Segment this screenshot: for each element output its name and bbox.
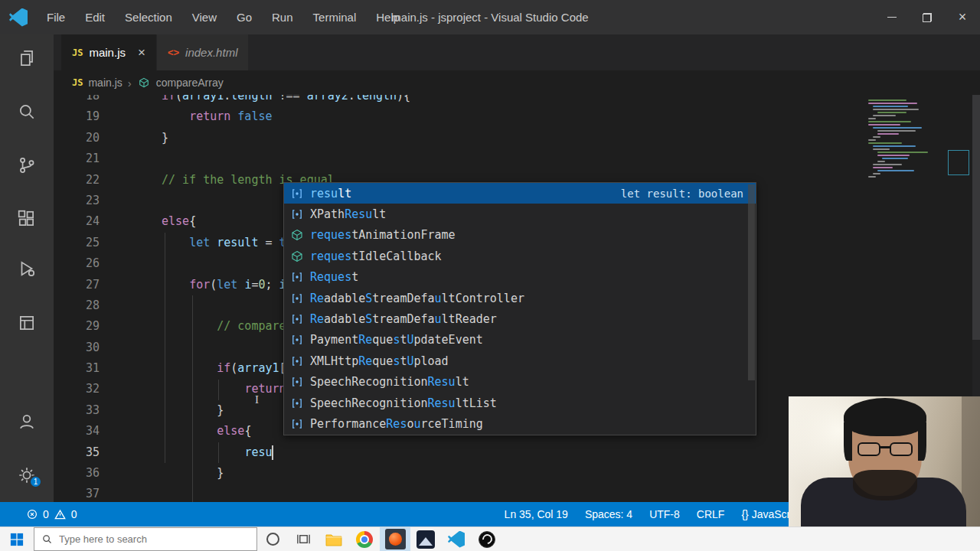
start-button[interactable] [0, 527, 34, 551]
token: result [217, 236, 258, 249]
problems-indicator[interactable]: 0 0 [0, 508, 77, 520]
vscode-window: FileEditSelectionViewGoRunTerminalHelp m… [0, 0, 980, 551]
suggestion-label: SpeechRecognitionResultList [310, 396, 497, 410]
token [230, 109, 237, 123]
line-number: 32 [54, 379, 100, 399]
symbol-field-icon [290, 187, 304, 200]
vscode-button[interactable] [441, 527, 472, 551]
menu-go[interactable]: Go [227, 0, 262, 34]
token: = [258, 236, 279, 249]
folder-icon [325, 533, 342, 546]
suggestion-paymentrequestupdateevent[interactable]: PaymentRequestUpdateEvent [284, 330, 756, 350]
extensions-icon[interactable] [0, 201, 54, 237]
suggestion-result[interactable]: resultlet result: boolean [284, 183, 756, 204]
obs-icon [479, 531, 495, 548]
minimap-line [873, 106, 908, 107]
line-col-indicator[interactable]: Ln 35, Col 19 [505, 508, 568, 520]
activity-bar: 1 [0, 34, 54, 502]
run-debug-icon[interactable] [0, 250, 54, 287]
token: } [162, 131, 168, 145]
file-explorer-button[interactable] [318, 527, 349, 551]
person-hair [844, 398, 926, 436]
person-hair [918, 422, 926, 461]
suggestion-performanceresourcetiming[interactable]: PerformanceResourceTiming [284, 413, 756, 434]
tab-index-html[interactable]: <> index.html [157, 34, 250, 70]
indentation-indicator[interactable]: Spaces: 4 [585, 508, 632, 520]
token: . [224, 95, 230, 103]
suggestion-xmlhttprequestupload[interactable]: XMLHttpRequestUpload [284, 350, 756, 371]
active-app-icon [389, 533, 402, 546]
menu-view[interactable]: View [182, 0, 227, 34]
suggestion-label: XMLHttpRequestUpload [310, 354, 449, 368]
line-number: 19 [54, 106, 100, 127]
task-view-button[interactable] [288, 527, 318, 551]
person-beard [853, 470, 917, 500]
token [162, 278, 189, 292]
breadcrumb-file[interactable]: main.js [88, 77, 122, 89]
suggestion-readablestreamdefaultreader[interactable]: ReadableStreamDefaultReader [284, 308, 756, 329]
suggestion-readablestreamdefaultcontroller[interactable]: ReadableStreamDefaultController [284, 288, 756, 308]
encoding-indicator[interactable]: UTF-8 [649, 508, 680, 520]
obs-button[interactable] [472, 527, 502, 551]
scrollbar-thumb[interactable] [972, 95, 980, 340]
menu-terminal[interactable]: Terminal [303, 0, 367, 34]
token: { [189, 214, 196, 228]
accounts-icon[interactable] [0, 403, 54, 440]
suggestion-detail: let result: boolean [621, 187, 743, 200]
minimap-line [873, 115, 896, 116]
menu-edit[interactable]: Edit [75, 0, 115, 34]
cortana-button[interactable] [257, 527, 288, 551]
code-line-20[interactable]: 20} [54, 128, 980, 148]
token [162, 236, 189, 249]
close-button[interactable]: × [945, 0, 980, 34]
minimize-button[interactable] [874, 0, 910, 34]
suggestion-speechrecognitionresultlist[interactable]: SpeechRecognitionResultList [284, 393, 756, 413]
token: ( [210, 278, 217, 292]
settings-gear-icon[interactable]: 1 [0, 457, 54, 494]
chrome-button[interactable] [349, 527, 380, 551]
suggestion-label: requestAnimationFrame [310, 228, 456, 242]
menu-selection[interactable]: Selection [115, 0, 182, 34]
source-control-icon[interactable] [0, 147, 54, 184]
search-input[interactable] [59, 533, 235, 545]
suggestion-xpathresult[interactable]: XPathResult [284, 204, 756, 224]
settings-badge: 1 [29, 475, 42, 488]
library-icon[interactable] [0, 305, 54, 341]
popup-scrollbar-thumb[interactable] [748, 184, 755, 380]
breadcrumb-symbol[interactable]: compareArray [156, 77, 224, 89]
restore-button[interactable] [910, 0, 945, 34]
photos-button[interactable] [410, 527, 441, 551]
tab-close-icon[interactable]: × [138, 45, 145, 60]
code-text: } [162, 400, 224, 421]
line-number: 21 [54, 148, 100, 169]
minimap-line [868, 124, 900, 126]
symbol-field-icon [290, 313, 304, 325]
token [162, 361, 217, 375]
menu-file[interactable]: File [37, 0, 75, 34]
tab-main-js[interactable]: JS main.js × [61, 34, 157, 70]
active-app-button[interactable] [380, 527, 410, 551]
suggestion-label: result [310, 187, 351, 201]
suggestion-speechrecognitionresult[interactable]: SpeechRecognitionResult [284, 372, 756, 393]
suggestion-request[interactable]: Request [284, 267, 756, 288]
line-number: 35 [54, 442, 100, 463]
search-icon [41, 533, 53, 545]
suggestion-label: ReadableStreamDefaultController [310, 292, 524, 305]
person-glasses [854, 442, 916, 458]
token: ){ [397, 95, 410, 103]
code-line-21[interactable]: 21 [54, 148, 980, 169]
suggestion-requestanimationframe[interactable]: requestAnimationFrame [284, 225, 756, 246]
title-bar: FileEditSelectionViewGoRunTerminalHelp m… [0, 0, 980, 34]
menu-run[interactable]: Run [262, 0, 303, 34]
code-line-19[interactable]: 19 return false [54, 106, 980, 127]
taskbar-search[interactable] [34, 527, 257, 551]
eol-indicator[interactable]: CRLF [697, 508, 725, 520]
search-icon[interactable] [0, 93, 54, 130]
suggestion-label: ReadableStreamDefaultReader [310, 312, 497, 326]
token: for [189, 278, 210, 292]
explorer-icon[interactable] [0, 40, 54, 77]
code-line-18[interactable]: 18if(array1.length !== array2.length){ [54, 95, 980, 106]
minimap-line [868, 118, 876, 119]
webcam-overlay [789, 396, 980, 527]
suggestion-requestidlecallback[interactable]: requestIdleCallback [284, 246, 756, 266]
